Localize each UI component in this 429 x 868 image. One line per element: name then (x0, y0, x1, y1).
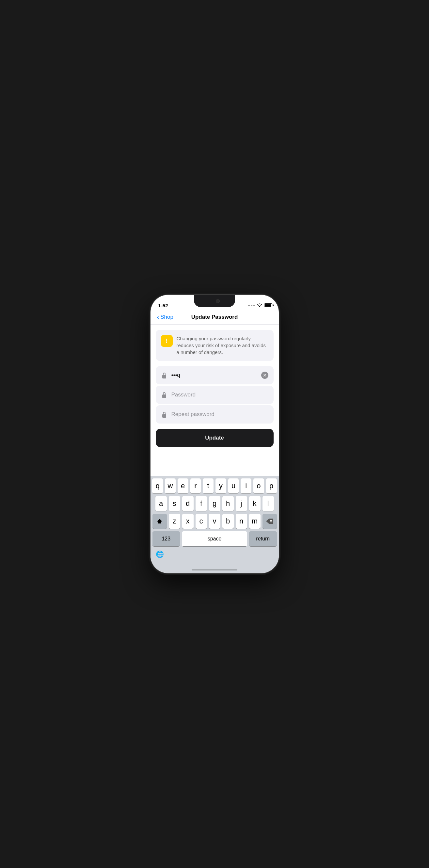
new-password-placeholder: Password (172, 392, 268, 398)
nav-bar: ‹ Shop Update Password (151, 311, 279, 324)
info-text: Changing your password regularly reduces… (177, 335, 268, 355)
keyboard-row-1: q w e r t y u i o p (152, 478, 277, 493)
key-d[interactable]: d (182, 496, 193, 511)
signal-dot-1 (248, 305, 250, 306)
key-k[interactable]: k (249, 496, 261, 511)
key-g[interactable]: g (209, 496, 220, 511)
svg-rect-1 (162, 395, 166, 398)
key-x[interactable]: x (182, 514, 193, 529)
key-n[interactable]: n (236, 514, 247, 529)
svg-rect-0 (162, 375, 166, 378)
key-p[interactable]: p (266, 478, 277, 493)
phone-screen: 1:52 (151, 295, 279, 573)
key-h[interactable]: h (222, 496, 234, 511)
key-t[interactable]: t (203, 478, 214, 493)
input-group: •••q ✕ Password (156, 366, 274, 424)
phone-frame: 1:52 (151, 295, 279, 573)
key-e[interactable]: e (178, 478, 188, 493)
key-m[interactable]: m (249, 514, 261, 529)
new-password-field[interactable]: Password (156, 386, 274, 404)
keyboard: q w e r t y u i o p a s d f g h j k (151, 476, 279, 562)
battery-fill (265, 304, 271, 307)
status-time: 1:52 (158, 303, 168, 308)
key-b[interactable]: b (222, 514, 234, 529)
repeat-password-placeholder: Repeat password (172, 411, 268, 418)
key-j[interactable]: j (236, 496, 247, 511)
signal-dot-2 (251, 305, 252, 306)
key-a[interactable]: a (155, 496, 167, 511)
globe-icon[interactable]: 🌐 (156, 550, 164, 558)
home-bar (192, 569, 237, 570)
update-button[interactable]: Update (156, 429, 274, 447)
lock-icon-new (161, 392, 167, 398)
key-i[interactable]: i (241, 478, 251, 493)
key-q[interactable]: q (152, 478, 163, 493)
keyboard-row-3: z x c v b n m (152, 514, 277, 529)
keyboard-bottom: 🌐 (152, 549, 277, 561)
wifi-icon (257, 303, 262, 308)
key-c[interactable]: c (195, 514, 207, 529)
key-f[interactable]: f (195, 496, 207, 511)
current-password-value: •••q (172, 372, 257, 378)
battery-icon (264, 303, 272, 307)
notch (194, 295, 235, 307)
clear-button[interactable]: ✕ (261, 372, 268, 379)
key-y[interactable]: y (215, 478, 226, 493)
key-w[interactable]: w (165, 478, 176, 493)
camera (216, 299, 220, 303)
svg-rect-2 (162, 414, 166, 418)
current-password-field[interactable]: •••q ✕ (156, 366, 274, 384)
warning-shield-icon (161, 335, 173, 347)
keyboard-row-2: a s d f g h j k l (152, 496, 277, 511)
lock-icon-current (161, 372, 167, 378)
key-u[interactable]: u (228, 478, 239, 493)
back-button[interactable]: ‹ Shop (157, 313, 173, 321)
separator (151, 324, 279, 324)
back-label: Shop (160, 314, 173, 320)
key-o[interactable]: o (253, 478, 264, 493)
key-z[interactable]: z (169, 514, 180, 529)
repeat-password-field[interactable]: Repeat password (156, 405, 274, 424)
signal-dot-3 (253, 305, 255, 306)
key-l[interactable]: l (263, 496, 274, 511)
key-shift[interactable] (152, 514, 167, 529)
content: Changing your password regularly reduces… (151, 330, 279, 476)
key-r[interactable]: r (190, 478, 201, 493)
key-numbers[interactable]: 123 (152, 531, 180, 546)
key-s[interactable]: s (169, 496, 180, 511)
back-chevron-icon: ‹ (157, 313, 159, 321)
key-v[interactable]: v (209, 514, 220, 529)
key-backspace[interactable] (263, 514, 277, 529)
signal-dots (248, 305, 255, 306)
key-space[interactable]: space (182, 531, 247, 546)
nav-title: Update Password (191, 314, 238, 320)
info-banner: Changing your password regularly reduces… (156, 330, 274, 361)
lock-icon-repeat (161, 411, 167, 418)
keyboard-row-4: 123 space return (152, 531, 277, 546)
key-return[interactable]: return (249, 531, 277, 546)
status-icons (248, 303, 272, 308)
home-indicator (151, 562, 279, 573)
